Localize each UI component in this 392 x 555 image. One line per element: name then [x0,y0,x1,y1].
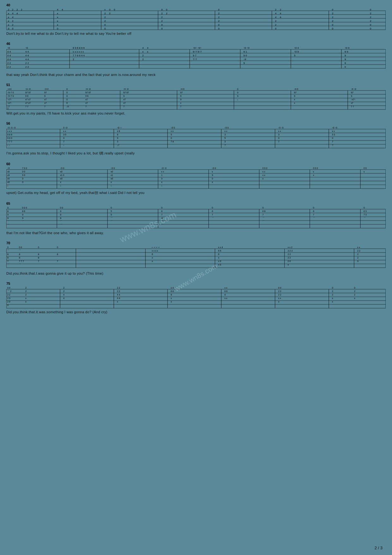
svg-text:3: 3 [224,134,226,136]
svg-text:2 2: 2 2 [357,250,360,252]
svg-text:0: 0 [218,23,220,26]
svg-text:2: 2 [63,287,64,289]
svg-text:9 0: 9 0 [243,54,247,57]
svg-text:0: 0 [38,246,39,248]
svg-text:4: 4 [275,12,277,15]
svg-text:x: x [25,297,27,299]
svg-text:2 2: 2 2 [288,253,291,255]
svg-text:x: x [354,297,355,299]
svg-text:x x: x x [224,287,227,289]
svg-text:9: 9 [294,95,295,97]
svg-text:4: 4 [62,8,63,11]
svg-text:x x: x x [278,297,281,299]
svg-text:↓: ↓ [7,184,9,187]
svg-text:2: 2 [12,20,14,22]
svg-text:0: 0 [275,27,277,30]
lyrics-51: Will.get.you in.my pants, I'll have to.k… [6,111,386,115]
svg-text:5: 5 [224,137,226,139]
svg-text:4: 4 [63,297,64,299]
svg-text:0: 0 [262,207,264,209]
svg-text:9: 9 [180,98,181,101]
svg-text:4 4: 4 4 [25,58,29,61]
svg-text:0: 0 [22,181,23,183]
svg-text:0: 0 [109,8,111,11]
svg-text:3 5: 3 5 [63,134,66,136]
svg-text:9 7: 9 7 [193,54,197,57]
lyrics-60: upset) Get.outta my head, get off of my … [6,190,386,195]
svg-text:0: 0 [22,178,23,180]
svg-text:6: 6 [161,210,162,212]
svg-text:↑x7↑: ↑x7↑ [7,98,12,101]
svg-text:0 ↑0: 0 ↑0 [63,127,67,129]
section-60: 60 ↑0 x0 x9 x0 x0 ↓ 7 0 0 0 0 9 9 [6,162,386,195]
svg-text:⌒: ⌒ [19,264,21,266]
lyrics-65: that I'm not like that?Girl the one who,… [6,231,386,235]
svg-text:9↑7 9↑7: 9↑7 9↑7 [193,50,202,53]
svg-text:4: 4 [280,16,281,19]
svg-text:6 6: 6 6 [171,290,174,292]
svg-text:7: 7 [212,214,213,216]
svg-text:x: x [152,257,153,259]
svg-text:4 4: 4 4 [117,294,120,296]
svg-text:2: 2 [218,16,220,19]
svg-text:9: 9 [212,174,213,176]
svg-text:0: 0 [161,23,163,26]
svg-text:7: 7 [180,105,181,108]
svg-text:↑0 ↑↑: ↑0 ↑↑ [117,127,122,129]
svg-text:↑0 ↑0: ↑0 ↑0 [278,127,284,129]
svg-text:8: 8 [19,253,20,255]
svg-text:x7: x7 [44,102,47,104]
svg-text:4: 4 [280,12,281,15]
svg-text:8: 8 [57,253,58,255]
svg-text:x: x [180,102,181,104]
svg-text:↓: ↓ [111,184,112,187]
svg-text:7: 7 [38,260,39,262]
svg-text:8 6: 8 6 [22,210,25,212]
svg-text:5: 5 [111,214,112,216]
svg-text:2 2: 2 2 [117,290,120,292]
svg-text:2: 2 [332,12,334,15]
section-65: 65 0 8 9 9 ⌒ ⌒ 0 0 0 8 6 9 [6,202,386,235]
svg-text:↑0: ↑0 [7,167,10,169]
svg-text:6: 6 [19,257,20,259]
svg-text:2: 2 [275,23,277,26]
svg-text:6 3: 6 3 [364,210,367,212]
svg-text:2 2: 2 2 [25,65,29,68]
svg-text:⌒: ⌒ [19,250,21,252]
svg-text:9 1: 9 1 [243,50,247,53]
svg-text:0: 0 [114,8,115,11]
svg-text:0: 0 [332,27,334,30]
svg-text:8: 8 [60,214,61,216]
svg-text:x: x [104,8,106,11]
svg-text:x: x [8,23,9,26]
svg-text:7↑7: 7↑7 [193,58,197,61]
svg-text:9: 9 [44,95,46,97]
svg-text:0 0: 0 0 [19,246,22,248]
svg-text:↓9: ↓9 [243,58,246,61]
svg-text:97: 97 [180,91,183,94]
svg-text:x x: x x [332,130,335,132]
svg-text:0: 0 [66,95,68,97]
svg-text:↑0 ↑0: ↑0 ↑0 [332,127,337,129]
svg-text:2 2: 2 2 [7,65,11,68]
svg-text:⌒: ⌒ [60,224,62,226]
svg-text:x: x [8,16,9,19]
svg-text:x1: x1 [111,174,113,176]
svg-text:↑0 ↑0: ↑0 ↑0 [243,47,250,49]
svg-text:2: 2 [275,20,277,22]
svg-text:x7: x7 [85,98,88,101]
svg-text:7 8: 7 8 [171,140,174,143]
svg-text:6: 6 [152,253,153,255]
svg-text:3: 3 [278,134,279,136]
svg-text:2: 2 [104,12,106,15]
tab-staff-46: ↑0 4 4 4 4 4 4 2 2 2 2 ↑0 4 4 4 4 4 4 2 … [6,46,386,72]
svg-text:x: x [313,171,314,173]
svg-text:x x x x: x x x x [152,250,158,252]
svg-text:0: 0 [212,178,213,180]
svg-text:2: 2 [332,294,333,296]
svg-text:x0: x0 [7,171,10,173]
svg-text:7: 7 [44,105,46,108]
svg-text:↓7: ↓7 [117,144,119,146]
section-46: 46 ↑0 4 4 4 4 4 4 2 2 2 2 ↑0 4 4 4 4 [6,42,386,77]
svg-text:4: 4 [142,47,144,49]
